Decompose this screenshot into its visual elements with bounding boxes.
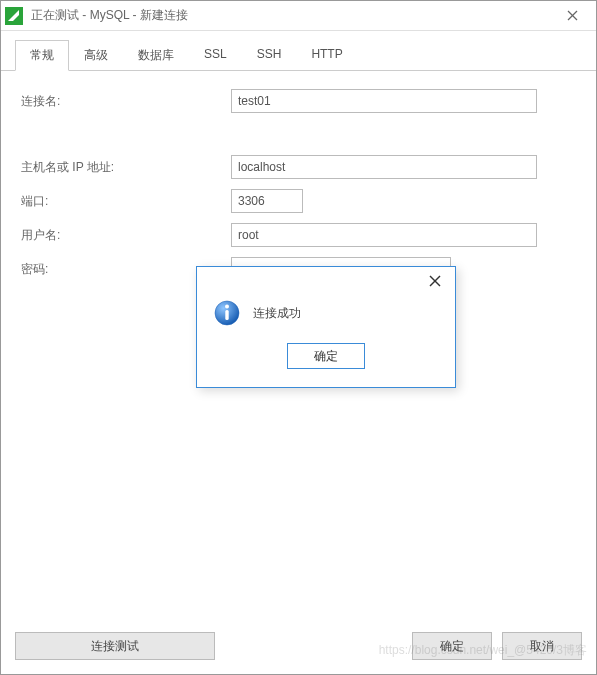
ok-button[interactable]: 确定	[412, 632, 492, 660]
result-dialog: 连接成功 确定	[196, 266, 456, 388]
tab-ssh[interactable]: SSH	[242, 40, 297, 71]
connection-name-label: 连接名:	[21, 93, 231, 110]
cancel-button[interactable]: 取消	[502, 632, 582, 660]
dialog-ok-button[interactable]: 确定	[287, 343, 365, 369]
row-host: 主机名或 IP 地址:	[21, 155, 576, 179]
dialog-header	[197, 267, 455, 295]
username-label: 用户名:	[21, 227, 231, 244]
dialog-footer: 确定	[197, 343, 455, 387]
close-button[interactable]	[552, 2, 592, 30]
tab-bar: 常规 高级 数据库 SSL SSH HTTP	[1, 31, 596, 71]
connection-name-input[interactable]	[231, 89, 537, 113]
tab-database[interactable]: 数据库	[123, 40, 189, 71]
info-icon	[213, 299, 241, 327]
row-port: 端口:	[21, 189, 576, 213]
row-connection-name: 连接名:	[21, 89, 576, 113]
footer: 连接测试 确定 取消	[1, 622, 596, 674]
row-username: 用户名:	[21, 223, 576, 247]
host-label: 主机名或 IP 地址:	[21, 159, 231, 176]
svg-rect-6	[225, 310, 228, 320]
footer-spacer	[225, 632, 402, 660]
window-title: 正在测试 - MySQL - 新建连接	[31, 7, 552, 24]
port-input[interactable]	[231, 189, 303, 213]
tab-advanced[interactable]: 高级	[69, 40, 123, 71]
host-input[interactable]	[231, 155, 537, 179]
test-connection-button[interactable]: 连接测试	[15, 632, 215, 660]
titlebar: 正在测试 - MySQL - 新建连接	[1, 1, 596, 31]
port-label: 端口:	[21, 193, 231, 210]
dialog-close-button[interactable]	[421, 269, 449, 293]
tab-http[interactable]: HTTP	[296, 40, 357, 71]
tab-general[interactable]: 常规	[15, 40, 69, 71]
svg-point-7	[225, 305, 229, 309]
app-icon	[5, 7, 23, 25]
username-input[interactable]	[231, 223, 537, 247]
dialog-body: 连接成功	[197, 295, 455, 343]
tab-ssl[interactable]: SSL	[189, 40, 242, 71]
dialog-message: 连接成功	[253, 305, 301, 322]
